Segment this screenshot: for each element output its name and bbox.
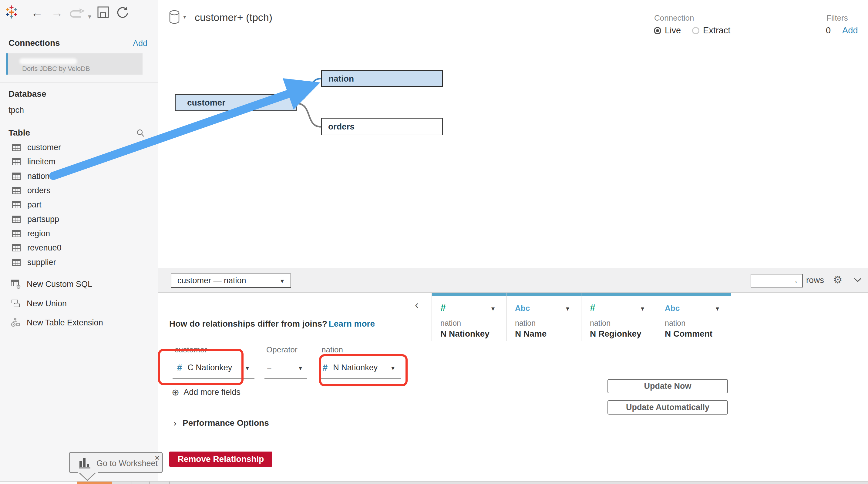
column-name: N Nationkey — [440, 329, 490, 339]
arrow-right-icon[interactable]: → — [790, 276, 799, 286]
update-automatically-button[interactable]: Update Automatically — [608, 400, 728, 415]
right-field-dropdown[interactable]: # N Nationkey — [323, 363, 378, 373]
refresh-icon[interactable] — [117, 6, 129, 19]
performance-options-toggle[interactable]: › Performance Options — [174, 418, 269, 428]
new-table-extension-button[interactable]: New Table Extension — [11, 316, 153, 329]
sidebar-item-customer[interactable]: customer — [12, 141, 155, 154]
forward-icon[interactable]: → — [51, 6, 63, 20]
table-extension-icon — [11, 318, 21, 327]
field-string-icon: Abc — [665, 303, 680, 313]
right-field-value: N Nationkey — [333, 363, 378, 373]
tooltip-pointer — [76, 472, 100, 482]
collapse-chevron-icon[interactable]: ‹ — [415, 299, 418, 312]
plus-circle-icon: ⊕ — [172, 387, 179, 397]
sidebar-item-nation[interactable]: nation — [12, 170, 155, 182]
table-grid-icon — [12, 158, 21, 165]
table-item-label: orders — [27, 186, 51, 195]
relationship-selector[interactable]: customer — nation ▾ — [171, 273, 291, 288]
table-item-label: nation — [27, 172, 50, 181]
column-table: nation — [440, 319, 461, 327]
rows-limit-input[interactable]: → — [751, 274, 803, 288]
table-grid-icon — [12, 144, 21, 151]
section-divider — [0, 82, 158, 83]
save-icon[interactable] — [97, 6, 109, 18]
performance-options-label: Performance Options — [183, 418, 269, 428]
union-icon — [11, 299, 21, 308]
gear-icon[interactable]: ⚙ — [833, 273, 842, 286]
filters-add-button[interactable]: Add — [842, 26, 858, 35]
redo-caret-icon[interactable]: ▾ — [88, 13, 91, 21]
datasource-caret-icon[interactable]: ▾ — [183, 13, 186, 20]
sidebar-item-lineitem[interactable]: lineitem — [12, 156, 155, 168]
back-icon[interactable]: ← — [31, 6, 43, 20]
radio-selected-icon[interactable] — [654, 27, 661, 34]
canvas-table-label: nation — [329, 74, 354, 84]
new-union-button[interactable]: New Union — [11, 297, 153, 310]
caret-down-icon[interactable]: ▾ — [391, 364, 395, 372]
relationship-editor: ‹ How do relationships differ from joins… — [158, 293, 431, 482]
grid-column-n-name[interactable]: Abc ▾ nation N Name — [506, 293, 581, 341]
canvas-table-customer[interactable]: customer — [175, 94, 297, 111]
left-field-dropdown[interactable]: # C Nationkey — [177, 363, 232, 373]
field-underline — [320, 379, 401, 379]
chevron-down-icon[interactable] — [853, 277, 862, 283]
connection-live-option[interactable]: Live — [654, 26, 681, 35]
table-item-label: supplier — [27, 258, 56, 267]
grid-column-n-comment[interactable]: Abc ▾ nation N Comment — [656, 293, 731, 341]
sidebar: ← → ▾ Connections Add Doris JDBC by Velo… — [0, 0, 158, 484]
close-icon[interactable]: × — [155, 455, 159, 461]
redo-flow-icon[interactable] — [68, 8, 86, 20]
caret-down-icon[interactable]: ▾ — [246, 364, 249, 372]
table-grid-icon — [12, 259, 21, 266]
connection-item[interactable]: Doris JDBC by VeloDB — [6, 53, 143, 74]
connection-extract-option[interactable]: Extract — [692, 26, 730, 35]
sidebar-item-orders[interactable]: orders — [12, 184, 155, 196]
table-item-label: part — [27, 200, 41, 209]
table-grid-icon — [12, 201, 21, 208]
caret-down-icon[interactable]: ▾ — [566, 305, 569, 313]
radio-unselected-icon[interactable] — [692, 27, 700, 34]
noodle-customer-nation[interactable] — [297, 78, 321, 101]
canvas-table-orders[interactable]: orders — [321, 118, 443, 135]
search-icon[interactable] — [136, 129, 145, 138]
filters-count: 0 — [826, 26, 831, 35]
canvas-table-label: customer — [187, 98, 225, 108]
toolbar: ← → ▾ — [0, 0, 158, 34]
canvas-table-nation[interactable]: nation — [321, 70, 443, 87]
update-now-button[interactable]: Update Now — [608, 379, 728, 393]
database-value[interactable]: tpch — [8, 105, 24, 115]
bar-chart-icon — [78, 457, 91, 470]
sidebar-item-revenue0[interactable]: revenue0 — [12, 242, 155, 254]
sidebar-item-supplier[interactable]: supplier — [12, 256, 155, 268]
extract-label: Extract — [703, 26, 730, 35]
filters-label: Filters — [827, 13, 848, 23]
grid-column-n-regionkey[interactable]: # ▾ nation N Regionkey — [581, 293, 656, 341]
action-label: New Table Extension — [27, 318, 103, 327]
toolbar-divider — [25, 4, 25, 23]
add-more-fields-button[interactable]: ⊕ Add more fields — [172, 387, 241, 397]
learn-more-link[interactable]: Learn more — [329, 319, 375, 328]
caret-down-icon[interactable]: ▾ — [716, 305, 719, 313]
grid-column-n-nationkey[interactable]: # ▾ nation N Nationkey — [432, 293, 506, 341]
connections-add-button[interactable]: Add — [133, 39, 147, 48]
sidebar-item-part[interactable]: part — [12, 199, 155, 211]
go-to-worksheet-tooltip[interactable]: Go to Worksheet × — [69, 452, 163, 473]
new-custom-sql-button[interactable]: New Custom SQL — [11, 278, 153, 291]
column-name: N Name — [515, 329, 547, 339]
noodle-customer-orders[interactable] — [297, 103, 321, 127]
caret-down-icon[interactable]: ▾ — [299, 364, 302, 372]
field-number-icon: # — [440, 302, 446, 314]
relationship-selector-value: customer — nation — [178, 276, 246, 285]
table-item-label: revenue0 — [27, 243, 62, 253]
caret-down-icon[interactable]: ▾ — [641, 305, 644, 313]
sidebar-item-region[interactable]: region — [12, 227, 155, 239]
custom-sql-icon — [11, 280, 21, 289]
active-sheet-tab-indicator[interactable] — [77, 482, 112, 484]
caret-down-icon[interactable]: ▾ — [491, 305, 495, 313]
remove-relationship-button[interactable]: Remove Relationship — [169, 452, 272, 467]
left-field-value: C Nationkey — [187, 363, 232, 373]
connection-sublabel: Doris JDBC by VeloDB — [22, 65, 90, 73]
sidebar-item-partsupp[interactable]: partsupp — [12, 213, 155, 225]
datasource-cylinder-icon[interactable] — [168, 10, 182, 25]
operator-dropdown[interactable]: = — [267, 363, 272, 372]
